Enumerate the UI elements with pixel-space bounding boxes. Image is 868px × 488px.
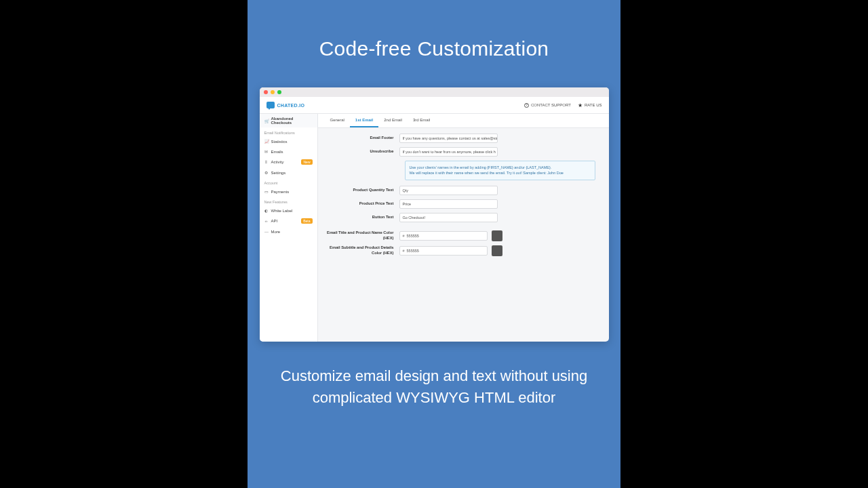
sidebar-item-label: Statistics	[271, 140, 288, 144]
input-subtitle-color[interactable]: # 555555	[399, 246, 488, 256]
sidebar-section-features: New Features	[260, 197, 317, 205]
maximize-icon[interactable]	[277, 90, 281, 94]
subtitle-color-swatch[interactable]	[492, 245, 502, 256]
code-icon: ‹›	[264, 219, 269, 223]
input-button-text[interactable]: Go Checkout!	[399, 213, 498, 222]
close-icon[interactable]	[264, 90, 268, 94]
promo-subtext: Customize email design and text without …	[248, 365, 620, 409]
tab-second-email[interactable]: 2nd Email	[378, 114, 408, 127]
subtitle-color-value: 555555	[407, 249, 419, 253]
sidebar-item-payments[interactable]: ▭ Payments	[260, 186, 317, 197]
chat-icon	[267, 102, 275, 108]
sidebar-item-api[interactable]: ‹› API Beta	[260, 216, 317, 226]
sidebar-item-more[interactable]: ⋯ More	[260, 226, 317, 237]
main-content: General 1st Email 2nd Email 3rd Email Em…	[318, 114, 609, 342]
sidebar: 🛒 Abandoned Checkouts Email Notification…	[260, 114, 318, 342]
contact-support-label: CONTACT SUPPORT	[531, 103, 571, 107]
tabs: General 1st Email 2nd Email 3rd Email	[318, 114, 609, 128]
label-qty-text: Product Quantity Text	[326, 188, 399, 193]
sidebar-item-settings[interactable]: ⚙ Settings	[260, 167, 317, 178]
sidebar-item-activity[interactable]: ≡ Activity New	[260, 157, 317, 167]
sidebar-item-statistics[interactable]: 📈 Statistics	[260, 136, 317, 146]
input-unsubscribe[interactable]: If you don't want to hear from us anymor…	[399, 147, 498, 157]
minimize-icon[interactable]	[271, 90, 275, 94]
rate-us-label: RATE US	[585, 103, 602, 107]
form-area: Email Footer If you have any questions, …	[318, 128, 609, 342]
sidebar-item-emails[interactable]: ✉ Emails	[260, 146, 317, 157]
tip-line-1: Use your clients' names in the email by …	[410, 165, 591, 170]
brand-logo[interactable]: CHATED.IO	[267, 102, 305, 108]
sidebar-item-label: More	[271, 230, 281, 234]
beta-badge: Beta	[301, 218, 312, 224]
sidebar-item-whitelabel[interactable]: ◐ White Label	[260, 205, 317, 216]
sidebar-section-notifications: Email Notifications	[260, 127, 317, 136]
sidebar-item-label: API	[271, 219, 278, 223]
mail-icon: ✉	[264, 149, 269, 154]
new-badge: New	[301, 159, 312, 165]
sidebar-primary-label: Abandoned Checkouts	[271, 117, 313, 125]
card-icon: ▭	[264, 189, 269, 194]
tab-general[interactable]: General	[325, 114, 350, 127]
star-icon: ★	[578, 102, 583, 108]
label-email-footer: Email Footer	[326, 136, 399, 141]
label-price-text: Product Price Text	[326, 201, 399, 207]
input-email-footer[interactable]: If you have any questions, please contac…	[399, 134, 498, 143]
row-title-color: Email Title and Product Name Color (HEX)…	[326, 230, 601, 241]
sidebar-item-label: Activity	[271, 160, 284, 164]
top-actions: ? CONTACT SUPPORT ★ RATE US	[524, 102, 602, 108]
hex-prefix: #	[403, 249, 405, 253]
globe-icon: ◐	[264, 208, 269, 213]
help-icon: ?	[524, 103, 529, 108]
tip-box: Use your clients' names in the email by …	[405, 161, 595, 180]
label-button-text: Button Text	[326, 215, 399, 220]
sidebar-item-label: White Label	[271, 209, 293, 213]
window-titlebar	[260, 87, 609, 97]
input-price-text[interactable]: Price	[399, 199, 498, 209]
tab-third-email[interactable]: 3rd Email	[408, 114, 435, 127]
label-unsubscribe: Unsubscribe	[326, 149, 399, 155]
input-title-color[interactable]: # 555555	[399, 231, 488, 241]
topbar: CHATED.IO ? CONTACT SUPPORT ★ RATE US	[260, 97, 609, 114]
label-subtitle-color: Email Subtitle and Product Details Color…	[326, 245, 399, 256]
gear-icon: ⚙	[264, 170, 269, 175]
input-qty-text[interactable]: Qty	[399, 186, 498, 195]
row-price-text: Product Price Text Price	[326, 199, 601, 209]
tip-line-2: We will replace it with their name when …	[410, 170, 591, 176]
app-body: 🛒 Abandoned Checkouts Email Notification…	[260, 114, 609, 342]
title-color-value: 555555	[407, 234, 419, 238]
ellipsis-icon: ⋯	[264, 229, 269, 234]
label-title-color: Email Title and Product Name Color (HEX)	[326, 230, 399, 241]
row-unsubscribe: Unsubscribe If you don't want to hear fr…	[326, 147, 601, 157]
title-color-swatch[interactable]	[492, 230, 502, 241]
sidebar-item-abandoned-checkouts[interactable]: 🛒 Abandoned Checkouts	[260, 114, 317, 127]
sidebar-item-label: Settings	[271, 171, 286, 175]
chart-icon: 📈	[264, 139, 269, 144]
activity-icon: ≡	[264, 160, 269, 164]
brand-name: CHATED.IO	[277, 103, 305, 108]
row-subtitle-color: Email Subtitle and Product Details Color…	[326, 245, 601, 256]
sidebar-item-label: Emails	[271, 150, 283, 154]
sidebar-item-label: Payments	[271, 190, 290, 194]
contact-support-link[interactable]: ? CONTACT SUPPORT	[524, 103, 571, 108]
tab-first-email[interactable]: 1st Email	[350, 114, 378, 127]
promo-panel: Code-free Customization CHATED.IO ? CONT…	[248, 0, 620, 488]
promo-heading: Code-free Customization	[319, 37, 549, 60]
cart-icon: 🛒	[264, 119, 269, 123]
app-window: CHATED.IO ? CONTACT SUPPORT ★ RATE US 🛒 …	[260, 87, 609, 342]
rate-us-link[interactable]: ★ RATE US	[578, 102, 602, 108]
hex-prefix: #	[403, 234, 405, 238]
row-qty-text: Product Quantity Text Qty	[326, 186, 601, 195]
row-button-text: Button Text Go Checkout!	[326, 213, 601, 222]
row-email-footer: Email Footer If you have any questions, …	[326, 134, 601, 143]
sidebar-section-account: Account	[260, 178, 317, 186]
